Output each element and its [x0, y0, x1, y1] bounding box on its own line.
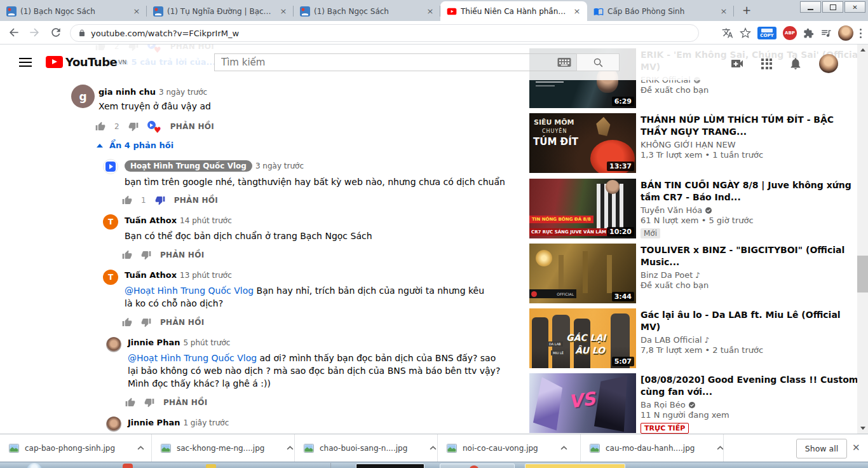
sidebar-video-ban-tin[interactable]: TIN NÓNG BÓNG ĐÁ 8/8 CR7 RỰC SÁNG JUVE V…	[529, 179, 862, 238]
start-orb-icon[interactable]	[27, 463, 42, 468]
scroll-down-button[interactable]	[857, 423, 868, 434]
tab-bach-ngoc-sach-2[interactable]: (1) Bạch Ngọc Sách ×	[294, 1, 440, 21]
tab-cap-bao-phong-sinh[interactable]: Cấp Báo Phòng Sinh ×	[587, 1, 734, 21]
avatar-jinnie-phan[interactable]	[106, 337, 121, 352]
taskbar-icon-yellow[interactable]	[206, 464, 216, 468]
search-box[interactable]	[214, 53, 577, 71]
reply-button[interactable]: PHẢN HỒI	[160, 318, 204, 327]
sidebar-video-tum-dit[interactable]: SIÊU MÕM CHUYÊN TÚM ĐÍT 13:37 THÁNH NÚP …	[529, 113, 862, 173]
dislike-button[interactable]	[144, 397, 154, 408]
youtube-logo[interactable]: YouTube VN	[46, 55, 126, 69]
search-button[interactable]	[576, 53, 620, 71]
chevron-up-icon[interactable]	[287, 446, 294, 450]
translate-icon[interactable]	[722, 27, 733, 39]
notifications-bell-icon[interactable]	[789, 56, 803, 71]
scrollbar-thumb[interactable]	[857, 256, 868, 292]
comment-author[interactable]: gia ninh chu	[98, 87, 156, 97]
video-channel[interactable]: Binz Da Poet	[641, 270, 693, 280]
tab-bach-ngoc-sach-1[interactable]: (1) Bạch Ngọc Sách ×	[0, 1, 147, 21]
tab-close-icon[interactable]: ×	[572, 6, 582, 17]
chevron-up-icon[interactable]	[137, 446, 144, 450]
tab-close-icon[interactable]: ×	[278, 6, 288, 17]
create-video-icon[interactable]	[729, 56, 745, 71]
avatar-hoat-hinh-trung-quoc-vlog[interactable]	[103, 159, 118, 174]
close-window-button[interactable]: ✕	[844, 1, 865, 13]
avatar-jinnie-phan[interactable]	[106, 416, 121, 432]
video-title[interactable]: Gác lại âu lo - Da LAB ft. Miu Lê (Offic…	[641, 309, 862, 333]
reply-author[interactable]: Jinnie Phan	[128, 418, 180, 427]
download-item[interactable]: noi-co-cau-vong.jpg	[438, 434, 567, 462]
reply-time[interactable]: 3 ngày trước	[255, 162, 304, 170]
like-button[interactable]	[125, 397, 135, 408]
video-title[interactable]: TOULIVER x BINZ - "BIGCITYBOI" (Official…	[641, 244, 862, 268]
download-item[interactable]: chao-buoi-sang-n....jpg	[295, 434, 437, 462]
url-bar[interactable]: youtube.com/watch?v=FCikprIrM_w	[70, 24, 699, 42]
search-input[interactable]	[215, 57, 557, 68]
hamburger-menu-icon[interactable]	[19, 58, 32, 67]
reply-button[interactable]: PHẢN HỒI	[170, 122, 214, 131]
dislike-button[interactable]	[128, 121, 139, 132]
keyboard-icon[interactable]	[557, 58, 571, 67]
scroll-up-button[interactable]	[857, 45, 868, 55]
sidebar-video-gac-lai-au-lo[interactable]: GÁC LẠI ÂU LO DA LAB MIU LÊ 5:07 Gác lại…	[529, 308, 862, 368]
reply-button[interactable]: PHẢN HỒI	[174, 196, 218, 205]
restore-button[interactable]	[822, 1, 843, 13]
reply-author[interactable]: Tuấn Athox	[125, 270, 177, 280]
video-thumbnail[interactable]: SIÊU MÕM CHUYÊN TÚM ĐÍT 13:37	[529, 113, 636, 173]
video-thumbnail[interactable]: GÁC LẠI ÂU LO DA LAB MIU LÊ 5:07	[529, 308, 636, 368]
dislike-button[interactable]	[141, 317, 151, 327]
browser-profile-avatar[interactable]	[838, 25, 853, 41]
dislike-button-active[interactable]	[155, 195, 165, 205]
media-controls-icon[interactable]	[820, 27, 832, 39]
like-button[interactable]	[122, 195, 132, 205]
video-channel[interactable]: Tuyền Văn Hóa	[641, 205, 702, 216]
browser-menu-icon[interactable]	[860, 29, 862, 38]
download-item[interactable]: cap-bao-phong-sinh.jpg	[0, 434, 144, 462]
download-item[interactable]: cau-mo-dau-hanh....jpg	[581, 434, 724, 462]
mention-link[interactable]: @Hoạt Hình Trung Quốc Vlog	[125, 286, 254, 296]
download-item[interactable]: sac-khong-me-ng....jpg	[152, 434, 294, 462]
tab-tu-nghia-duong[interactable]: (1) Tụ Nghĩa Đường | Bạch Ngọc ×	[147, 1, 294, 21]
video-title[interactable]: [08/08/2020] Good Evening Class !! Custo…	[641, 374, 862, 398]
avatar-tuan-athox[interactable]: T	[103, 214, 118, 230]
new-tab-button[interactable]: +	[738, 2, 756, 20]
close-downloads-bar-icon[interactable]: ✕	[852, 442, 860, 453]
reply-button[interactable]: PHẢN HỒI	[163, 398, 207, 407]
tab-close-icon[interactable]: ×	[132, 6, 142, 17]
reply-author[interactable]: Jinnie Phan	[128, 338, 180, 347]
video-channel[interactable]: Ba Rọi Béo	[641, 400, 686, 410]
avatar-gia-ninh-chu[interactable]: g	[71, 85, 95, 108]
tab-close-icon[interactable]: ×	[719, 6, 729, 17]
hide-replies-toggle[interactable]: Ẩn 4 phản hồi	[97, 141, 173, 150]
adblock-extension-icon[interactable]: ABP	[783, 26, 797, 40]
bookmark-star-icon[interactable]	[740, 27, 751, 39]
puzzle-extensions-icon[interactable]	[803, 28, 814, 39]
like-button[interactable]	[95, 121, 105, 132]
video-title[interactable]: BẢN TIN CUỐI NGÀY 8/8 | Juve không xứng …	[641, 179, 862, 203]
sidebar-video-good-evening-class[interactable]: VS [08/08/2020] Good Evening Class !! Cu…	[529, 373, 862, 433]
youtube-profile-avatar[interactable]	[819, 54, 838, 73]
reply-time[interactable]: 14 phút trước	[180, 216, 232, 225]
taskbar-icon-red[interactable]	[123, 464, 133, 468]
mention-link[interactable]: @Hoạt Hình Trung Quốc Vlog	[128, 353, 257, 363]
tab-close-icon[interactable]: ×	[425, 6, 435, 17]
tab-youtube-active[interactable]: Thiếu Niên Ca Hành phần 2: Tiêu ×	[440, 1, 587, 21]
taskbar-button[interactable]	[440, 464, 515, 468]
reload-icon[interactable]	[50, 26, 62, 39]
reply-time[interactable]: 1 giây trước	[183, 418, 229, 427]
youtube-apps-icon[interactable]	[761, 59, 772, 69]
reply-time[interactable]: 5 phút trước	[183, 338, 230, 347]
show-all-downloads-button[interactable]: Show all	[796, 439, 847, 458]
chevron-up-icon[interactable]	[560, 446, 567, 450]
video-thumbnail[interactable]: OFFICIAL 3:44	[529, 244, 636, 303]
reply-author[interactable]: Tuấn Athox	[125, 216, 177, 225]
taskbar-button-folder[interactable]	[525, 464, 625, 468]
chevron-up-icon[interactable]	[430, 446, 437, 450]
avatar-tuan-athox[interactable]: T	[103, 270, 118, 285]
creator-heart-icon[interactable]: ♥	[147, 121, 161, 132]
video-thumbnail[interactable]: TIN NÓNG BÓNG ĐÁ 8/8 CR7 RỰC SÁNG JUVE V…	[529, 179, 636, 238]
copy-extension-icon[interactable]: COPY	[757, 27, 776, 39]
like-button[interactable]	[122, 250, 132, 260]
channel-owner-badge[interactable]: Hoạt Hình Trung Quốc Vlog	[125, 160, 252, 172]
page-scrollbar[interactable]	[857, 45, 868, 434]
